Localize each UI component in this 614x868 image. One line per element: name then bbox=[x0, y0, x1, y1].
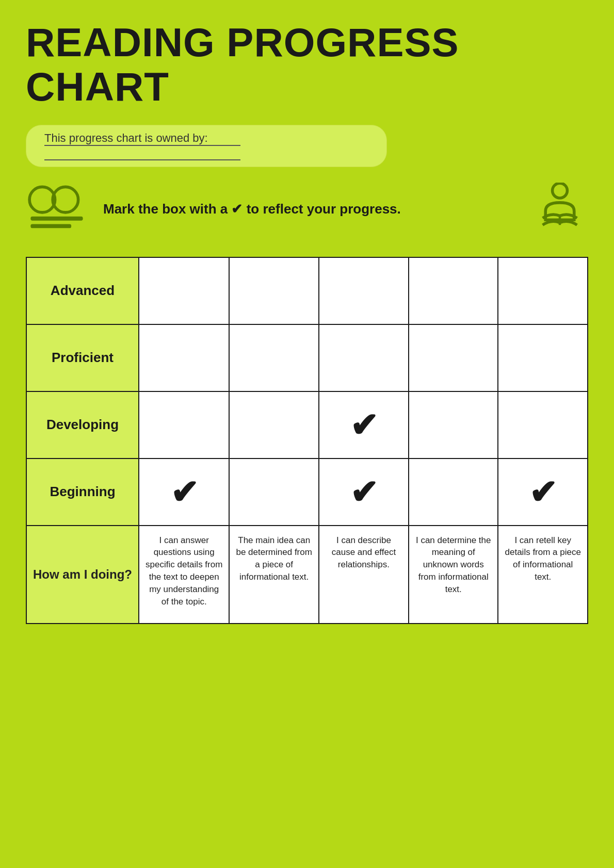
label-proficient: Proficient bbox=[26, 324, 139, 391]
reader-icon-left bbox=[26, 185, 93, 234]
cell-developing-2[interactable] bbox=[229, 391, 319, 458]
cell-advanced-1[interactable] bbox=[139, 257, 229, 324]
cell-beginning-2[interactable] bbox=[229, 458, 319, 526]
table-row-proficient: Proficient bbox=[26, 324, 588, 391]
svg-rect-4 bbox=[30, 224, 71, 228]
desc-4: I can determine the meaning of unknown w… bbox=[409, 526, 498, 624]
instruction-text: Mark the box with a ✔ to reflect your pr… bbox=[103, 201, 526, 217]
desc-2: The main idea can be determined from a p… bbox=[229, 526, 319, 624]
reader-icon-right bbox=[537, 183, 588, 236]
cell-developing-3[interactable] bbox=[319, 391, 409, 458]
cell-beginning-3[interactable] bbox=[319, 458, 409, 526]
cell-developing-1[interactable] bbox=[139, 391, 229, 458]
svg-point-0 bbox=[29, 187, 55, 212]
desc-3: I can describe cause and effect relation… bbox=[319, 526, 409, 624]
progress-table: Advanced Proficient Developing Beginning… bbox=[26, 257, 588, 624]
cell-beginning-1[interactable] bbox=[139, 458, 229, 526]
label-how: How am I doing? bbox=[26, 526, 139, 624]
owner-bar: This progress chart is owned by: bbox=[26, 125, 387, 167]
label-advanced: Advanced bbox=[26, 257, 139, 324]
desc-1: I can answer questions using specific de… bbox=[139, 526, 229, 624]
page-title: READING PROGRESS CHART bbox=[26, 21, 588, 109]
table-row-advanced: Advanced bbox=[26, 257, 588, 324]
cell-proficient-2[interactable] bbox=[229, 324, 319, 391]
cell-advanced-5[interactable] bbox=[498, 257, 588, 324]
cell-proficient-1[interactable] bbox=[139, 324, 229, 391]
svg-rect-3 bbox=[30, 216, 83, 220]
table-row-beginning: Beginning bbox=[26, 458, 588, 526]
label-developing: Developing bbox=[26, 391, 139, 458]
table-row-descriptions: How am I doing? I can answer questions u… bbox=[26, 526, 588, 624]
cell-developing-5[interactable] bbox=[498, 391, 588, 458]
table-row-developing: Developing bbox=[26, 391, 588, 458]
label-beginning: Beginning bbox=[26, 458, 139, 526]
cell-advanced-4[interactable] bbox=[409, 257, 498, 324]
cell-advanced-2[interactable] bbox=[229, 257, 319, 324]
owner-underline bbox=[44, 146, 240, 160]
cell-proficient-4[interactable] bbox=[409, 324, 498, 391]
cell-developing-4[interactable] bbox=[409, 391, 498, 458]
cell-advanced-3[interactable] bbox=[319, 257, 409, 324]
cell-proficient-3[interactable] bbox=[319, 324, 409, 391]
owner-label: This progress chart is owned by: bbox=[44, 132, 240, 146]
cell-beginning-5[interactable] bbox=[498, 458, 588, 526]
cell-beginning-4[interactable] bbox=[409, 458, 498, 526]
svg-point-5 bbox=[553, 183, 568, 198]
cell-proficient-5[interactable] bbox=[498, 324, 588, 391]
header-row: Mark the box with a ✔ to reflect your pr… bbox=[26, 183, 588, 236]
desc-5: I can retell key details from a piece of… bbox=[498, 526, 588, 624]
svg-point-1 bbox=[53, 187, 78, 212]
